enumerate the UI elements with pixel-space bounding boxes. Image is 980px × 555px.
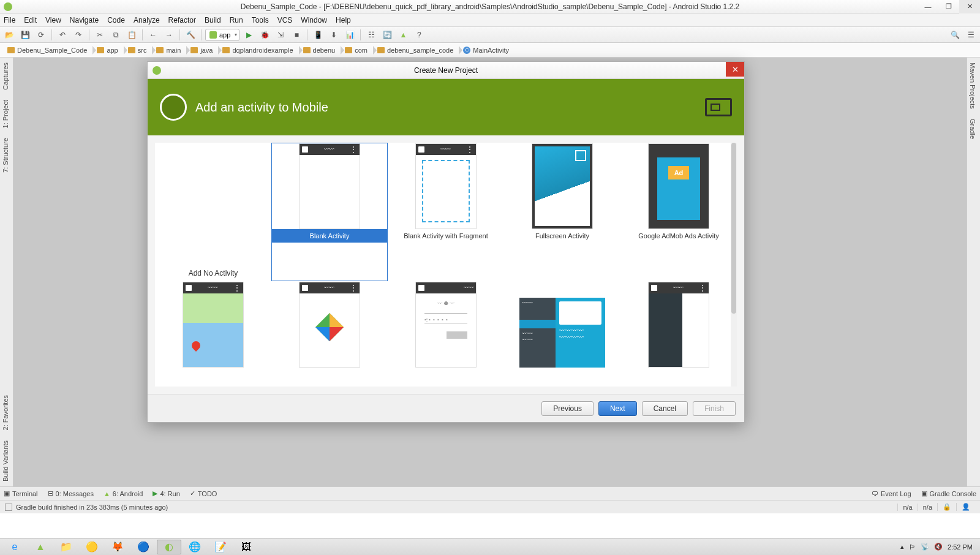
tab-project[interactable]: 1: Project (0, 95, 11, 133)
crumb-main[interactable]: main (153, 44, 187, 56)
taskbar-explorer[interactable]: 📁 (54, 540, 78, 554)
sync-gradle-icon[interactable]: 🔄 (380, 29, 394, 41)
menu-analyze[interactable]: Analyze (134, 16, 160, 25)
redo-icon[interactable]: ↷ (72, 29, 85, 41)
tab-todo[interactable]: ✓ TODO (190, 489, 217, 497)
run-config-dropdown[interactable]: app (205, 29, 239, 41)
previous-button[interactable]: Previous (541, 401, 594, 416)
crumb-pkg3[interactable]: com (341, 44, 374, 56)
maximize-button[interactable]: ❐ (938, 0, 959, 13)
status-hector-icon[interactable]: 👤 (956, 503, 975, 511)
tab-structure[interactable]: 7: Structure (0, 133, 11, 178)
crumb-app[interactable]: app (93, 44, 124, 56)
menu-run[interactable]: Run (230, 16, 243, 25)
tab-favorites[interactable]: 2: Favorites (0, 390, 11, 435)
help-icon[interactable]: ? (412, 29, 426, 41)
next-button[interactable]: Next (598, 401, 637, 416)
crumb-pkg2[interactable]: debenu (300, 44, 342, 56)
paste-icon[interactable]: 📋 (125, 29, 138, 41)
menu-tools[interactable]: Tools (252, 16, 269, 25)
menu-file[interactable]: File (4, 16, 15, 25)
stop-icon[interactable]: ■ (290, 29, 303, 41)
tab-build-variants[interactable]: Build Variants (0, 436, 11, 486)
tab-captures[interactable]: Captures (0, 58, 11, 95)
template-play-services[interactable]: 〰〰⋮ (271, 281, 388, 374)
filter-icon[interactable]: ☰ (964, 29, 978, 41)
tray-clock[interactable]: 2:52 PM (948, 543, 973, 551)
scrollbar[interactable] (731, 143, 737, 387)
sync-icon[interactable]: ⟳ (34, 29, 48, 41)
open-icon[interactable]: 📂 (2, 29, 16, 41)
menu-build[interactable]: Build (205, 16, 221, 25)
status-lock-icon[interactable]: 🔒 (937, 503, 956, 511)
menu-code[interactable]: Code (107, 16, 125, 25)
attach-icon[interactable]: ⇲ (274, 29, 287, 41)
taskbar-app2[interactable]: 🌐 (183, 540, 207, 554)
taskbar-ie[interactable]: e (2, 540, 27, 554)
minimize-button[interactable]: — (918, 0, 938, 13)
tray-volume-icon[interactable]: 🔇 (934, 543, 943, 551)
dialog-close-button[interactable]: ✕ (726, 62, 744, 77)
android-icon[interactable]: ▲ (396, 29, 410, 41)
crumb-src[interactable]: src (124, 44, 153, 56)
template-login[interactable]: 〰〰⋮ 〰 ⬤ 〰 • • • • • • (388, 281, 504, 374)
template-fullscreen[interactable]: Fullscreen Activity (504, 143, 620, 281)
template-master-detail[interactable]: 〰〰〰〰〰〰〰〰〰〰〰〰〰〰 (504, 281, 620, 374)
back-icon[interactable]: ← (146, 29, 160, 41)
save-icon[interactable]: 💾 (18, 29, 32, 41)
template-maps[interactable]: 〰〰⋮ (155, 281, 271, 374)
forward-icon[interactable]: → (162, 29, 176, 41)
crumb-class[interactable]: CMainActivity (459, 44, 515, 56)
status-icon[interactable] (5, 504, 12, 511)
taskbar-firefox[interactable]: 🦊 (105, 540, 130, 554)
structure-icon[interactable]: ☷ (364, 29, 378, 41)
menu-edit[interactable]: Edit (24, 16, 37, 25)
taskbar-chrome[interactable]: 🟡 (80, 540, 104, 554)
template-admob[interactable]: Ad Google AdMob Ads Activity (620, 143, 737, 281)
tab-gradle[interactable]: Gradle (967, 114, 978, 144)
crumb-java[interactable]: java (187, 44, 219, 56)
tray-arrow-icon[interactable]: ▴ (900, 543, 904, 551)
crumb-root[interactable]: Debenu_Sample_Code (4, 44, 93, 56)
tab-android[interactable]: ▲ 6: Android (104, 490, 143, 497)
menu-window[interactable]: Window (301, 16, 327, 25)
menu-vcs[interactable]: VCS (277, 16, 293, 25)
tab-event-log[interactable]: 🗨 Event Log (872, 490, 911, 497)
crumb-pkg4[interactable]: debenu_sample_code (374, 44, 459, 56)
undo-icon[interactable]: ↶ (56, 29, 69, 41)
tray-network-icon[interactable]: 📡 (921, 543, 929, 551)
debug-icon[interactable]: 🐞 (258, 29, 271, 41)
tab-gradle-console[interactable]: ▣ Gradle Console (921, 489, 976, 497)
tab-run[interactable]: ▶ 4: Run (153, 489, 179, 497)
crumb-pkg1[interactable]: dqplandroidexample (219, 44, 299, 56)
menu-navigate[interactable]: Navigate (70, 16, 99, 25)
template-blank-activity[interactable]: 〰〰⋮ Blank Activity (271, 143, 388, 281)
tab-messages[interactable]: ⊟ 0: Messages (48, 489, 94, 497)
menu-help[interactable]: Help (336, 16, 351, 25)
monitor-icon[interactable]: 📊 (343, 29, 356, 41)
sdk-icon[interactable]: ⬇ (327, 29, 341, 41)
taskbar-android[interactable]: ▲ (28, 540, 53, 554)
finish-button[interactable]: Finish (693, 401, 736, 416)
menu-view[interactable]: View (45, 16, 61, 25)
run-icon[interactable]: ▶ (242, 29, 255, 41)
scroll-thumb[interactable] (731, 143, 736, 314)
template-blank-fragment[interactable]: 〰〰⋮ Blank Activity with Fragment (388, 143, 504, 281)
cut-icon[interactable]: ✂ (93, 29, 107, 41)
template-no-activity[interactable]: Add No Activity (155, 143, 271, 281)
cancel-button[interactable]: Cancel (642, 401, 688, 416)
taskbar-notes[interactable]: 📝 (208, 540, 233, 554)
template-nav-drawer[interactable]: 〰〰⋮ (620, 281, 737, 374)
search-icon[interactable]: 🔍 (948, 29, 962, 41)
tray-flag-icon[interactable]: 🏳 (909, 543, 916, 551)
tab-terminal[interactable]: ▣ Terminal (4, 489, 38, 497)
tab-maven[interactable]: Maven Projects (967, 58, 978, 114)
close-button[interactable]: ✕ (959, 0, 980, 13)
copy-icon[interactable]: ⧉ (109, 29, 123, 41)
avd-icon[interactable]: 📱 (311, 29, 325, 41)
taskbar-android-studio[interactable]: ◐ (157, 540, 181, 554)
make-icon[interactable]: 🔨 (184, 29, 197, 41)
menu-refactor[interactable]: Refactor (168, 16, 196, 25)
taskbar-pictures[interactable]: 🖼 (234, 540, 258, 554)
taskbar-app1[interactable]: 🔵 (131, 540, 156, 554)
